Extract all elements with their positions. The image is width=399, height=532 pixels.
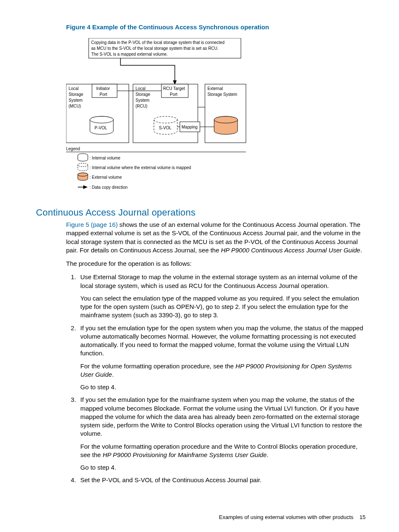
svol-label: S-VOL xyxy=(159,126,171,130)
step2c: Go to step 4. xyxy=(80,383,366,391)
step-4: Set the P-VOL and S-VOL of the Continuou… xyxy=(78,476,366,484)
legend-arrow: : Data copy direction xyxy=(90,185,128,190)
rcu-label-3: System xyxy=(136,98,149,103)
step-3: If you set the emulation type for the ma… xyxy=(78,396,366,472)
initiator-l2: Port xyxy=(100,92,107,97)
step-1: Use External Storage to map the volume i… xyxy=(78,273,366,319)
rcu-target-l1: RCU Target xyxy=(163,86,185,91)
mcu-label-3: System xyxy=(69,98,82,103)
ext-l2: Storage System xyxy=(207,92,237,97)
svg-point-18 xyxy=(78,163,88,167)
figure-diagram: Copying data in the P-VOL of the local s… xyxy=(66,38,366,199)
procedure-list: Use External Storage to map the volume i… xyxy=(66,273,366,484)
svg-point-20 xyxy=(78,173,88,176)
rcu-target-l2: Port xyxy=(170,92,178,97)
pvol-label: P-VOL xyxy=(95,126,107,130)
paragraph-1: Figure 5 (page 16) shows the use of an e… xyxy=(66,221,366,254)
ext-l1: External xyxy=(207,86,223,91)
step1b: You can select the emulation type of the… xyxy=(80,294,366,320)
para1-end: . xyxy=(360,247,362,254)
step3a: If you set the emulation type for the ma… xyxy=(80,396,362,437)
mcu-label-1: Local xyxy=(69,86,79,91)
figure-link[interactable]: Figure 5 (page 16) xyxy=(66,221,118,228)
initiator-l1: Initiator xyxy=(96,86,110,91)
caption-line1: Copying data in the P-VOL of the local s… xyxy=(91,40,225,45)
section-heading: Continuous Access Journal operations xyxy=(36,207,366,218)
caption-line2: as MCU to the S-VOL of the local storage… xyxy=(91,46,218,51)
step-2: If you set the emulation type for the op… xyxy=(78,324,366,392)
page-number: 15 xyxy=(360,514,366,520)
step2a: If you set the emulation type for the op… xyxy=(80,324,363,357)
rcu-label-4: (RCU) xyxy=(136,104,147,108)
mapping-label: Mapping xyxy=(182,125,197,129)
step2b: For the volume formatting operation proc… xyxy=(80,362,366,379)
page-footer: Examples of using external volumes with … xyxy=(219,514,366,520)
paragraph-2: The procedure for the operation is as fo… xyxy=(66,260,366,268)
rcu-label-2: Storage xyxy=(136,92,150,97)
step4: Set the P-VOL and S-VOL of the Continuou… xyxy=(80,476,261,483)
legend-internal: : Internal volume xyxy=(90,156,120,160)
legend-title: Legend xyxy=(66,146,80,151)
svg-point-4 xyxy=(90,116,113,123)
legend-mapped: : Internal volume where the external vol… xyxy=(90,165,191,170)
step1a: Use External Storage to map the volume i… xyxy=(80,273,358,289)
step3c: Go to step 4. xyxy=(80,463,366,472)
rcu-label-1: Local xyxy=(136,86,146,91)
figure-caption: Figure 4 Example of the Continuous Acces… xyxy=(66,23,366,31)
mcu-label-2: Storage xyxy=(69,92,83,97)
svg-point-12 xyxy=(214,116,238,123)
legend-external: : External volume xyxy=(90,175,122,180)
caption-line3: The S-VOL is a mapped external volume. xyxy=(91,52,168,57)
mcu-label-4: (MCU) xyxy=(69,104,81,108)
footer-text: Examples of using external volumes with … xyxy=(219,514,354,520)
para1-em: HP P9000 Continuous Access Journal User … xyxy=(221,247,360,254)
step3b: For the volume formatting operation proc… xyxy=(80,442,366,460)
